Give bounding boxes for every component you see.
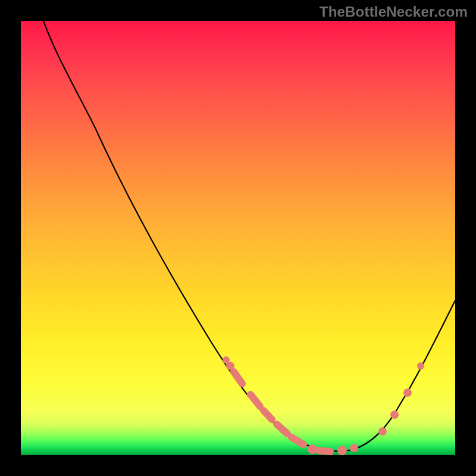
chart-frame: TheBottleNecker.com — [0, 0, 476, 476]
marker-seg-6 — [318, 450, 330, 452]
plot-area — [21, 21, 455, 455]
marker-dot-2 — [223, 356, 230, 364]
curve-svg — [21, 21, 455, 455]
marker-seg-1 — [234, 372, 242, 384]
marker-dot-9 — [417, 362, 424, 369]
marker-seg-2 — [250, 394, 260, 406]
bottleneck-curve — [43, 21, 455, 451]
watermark-text: TheBottleNecker.com — [320, 4, 468, 20]
marker-dot-8 — [403, 389, 412, 397]
marker-seg-5 — [292, 437, 303, 444]
marker-dot-7 — [390, 411, 399, 419]
marker-dot-5 — [350, 444, 358, 452]
marker-seg-3 — [264, 411, 272, 419]
marker-dot-4 — [337, 446, 347, 455]
marker-seg-4 — [277, 424, 287, 434]
marker-dot-6 — [378, 427, 387, 436]
